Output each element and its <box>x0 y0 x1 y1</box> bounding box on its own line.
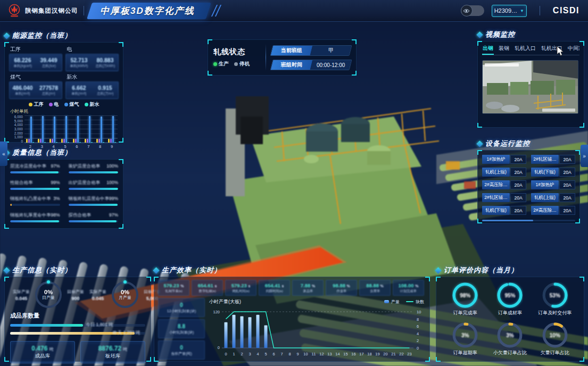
title-slash-decor <box>214 5 219 16</box>
svg-text:2: 2 <box>417 338 419 343</box>
inventory-bar-today: 今日 1,801 吨 <box>10 322 145 328</box>
kpi-card: 88.88 %负荷率 <box>359 280 391 296</box>
legend-item: 工序 <box>29 101 44 107</box>
svg-text:23: 23 <box>407 352 411 356</box>
diamond-icon <box>153 267 160 274</box>
daily-output-gauge: 实际产量0.045 0%日产量 目标产量900 <box>10 281 87 308</box>
video-tab-出钢[interactable]: 出钢 <box>482 45 494 55</box>
diamond-icon <box>435 267 442 274</box>
quality-metric: 钢板终轧温度命中率99% <box>69 196 119 210</box>
bar-group <box>61 116 69 143</box>
equipment-row: 1#加热炉20A <box>531 180 575 189</box>
legend-item: 煤气 <box>64 101 79 107</box>
diamond-icon <box>3 267 10 274</box>
quality-metric: 钢板终轧凸度命中率3% <box>10 196 60 210</box>
panel-quality-info: 质量信息（当班） 层流冷温度命中率97% 装炉温度合格率100% 性能合格率99… <box>4 147 123 229</box>
video-tab-中间冷[interactable]: 中间冷 <box>567 45 579 55</box>
monthly-output-gauge: 实际产量0.045 0%月产量 目标产量5,000 <box>87 281 163 308</box>
mouse-cursor <box>557 46 564 56</box>
left-panel-collapse-tab[interactable]: « <box>0 142 7 166</box>
bar-group <box>49 117 57 143</box>
chart-legend: 产量 块数 <box>384 299 424 305</box>
hourly-output-chart: 小时产量(大板) 产量 块数 0123456789101112131415161… <box>208 298 426 363</box>
panel-equipment-monitor: 设备运行监控 1#加热炉20A2#轧区辅…20A轧机(上辊)20A轧机(下辊)2… <box>477 138 580 223</box>
svg-text:4: 4 <box>256 352 259 356</box>
mini-kpi-card: 012小时轧制量(块) <box>158 298 205 317</box>
svg-text:0: 0 <box>218 345 220 350</box>
svg-text:6: 6 <box>272 352 275 356</box>
status-divider <box>266 44 266 71</box>
svg-text:10: 10 <box>303 352 308 356</box>
quality-metric: 出炉温度合格率100% <box>69 180 119 194</box>
bar-group <box>96 117 104 143</box>
svg-text:7: 7 <box>280 352 283 356</box>
camera-frame-image <box>483 61 578 114</box>
shift-time-row: 班组时间 00:00-12:00 <box>270 60 352 70</box>
svg-text:10: 10 <box>417 310 421 314</box>
eye-icon <box>461 5 473 16</box>
equipment-row: 2#高压除…20A <box>531 206 575 215</box>
order-gauge: 98%订单完成率 <box>452 282 478 317</box>
chevron-down-icon: ▼ <box>520 9 524 13</box>
svg-text:6: 6 <box>417 324 419 329</box>
page-title: 中厚板3D数字化产线 <box>87 3 211 19</box>
header-divider-2 <box>540 6 540 15</box>
diamond-icon <box>476 31 483 38</box>
energy-group-gas: 煤气 486.040单耗(m³/t) 277578总耗(m³) <box>9 73 62 99</box>
efficiency-title: 生产效率（实时） <box>154 265 430 276</box>
energy-group-process: 工序 68.226单耗(kgce/t) 39.449总耗(tce) <box>9 45 62 71</box>
quality-title: 质量信息（当班） <box>4 147 123 158</box>
video-tab-轧机入口[interactable]: 轧机入口 <box>514 45 536 55</box>
energy-chart-legend: 工序电煤气新水 <box>9 101 119 107</box>
svg-text:16: 16 <box>351 352 355 356</box>
svg-text:14: 14 <box>335 352 339 356</box>
order-gauge: 95%订单成材率 <box>496 282 523 317</box>
legend-item: 新水 <box>85 101 100 107</box>
energy-bar-chart: 6,0005,0004,0003,0002,0001,0000 23456789 <box>9 115 119 151</box>
kpi-card: 654.61 s数字轧钢(s) <box>192 280 223 296</box>
equipment-row: 1#加热炉20A <box>482 155 526 164</box>
kpi-card: 108.00 %计划完成率 <box>393 280 424 296</box>
energy-chart-title: 小时单耗 <box>10 109 119 115</box>
line-status-title: 轧线状态 <box>213 47 260 57</box>
equipment-row: 轧机(下辊)20A <box>482 206 526 215</box>
slab-warehouse-box: 8876.72 吨 板坯库 <box>80 341 145 363</box>
heat-number-dropdown[interactable]: H2309…▼ <box>492 5 527 17</box>
panel-order-evaluation: 订单评价内容（当月） 98%订单完成率 95%订单成材率 53%订单及时交付率 … <box>436 265 584 362</box>
efficiency-kpi-row: 579.23 %轧制节奏(s)654.61 s数字轧钢(s)579.23 s纯轧… <box>158 280 426 296</box>
bar-group <box>26 117 34 143</box>
svg-text:5: 5 <box>264 352 267 356</box>
panel-video-monitor: 视频监控 出钢装钢轧机入口轧机出口中间冷电加热 <box>477 29 584 128</box>
svg-text:120: 120 <box>213 310 220 314</box>
video-feed[interactable] <box>482 60 578 114</box>
equipment-row: 2#轧区辅…20A <box>531 155 575 164</box>
svg-text:15: 15 <box>343 352 347 356</box>
quality-metric: 装炉温度合格率100% <box>69 163 119 177</box>
diamond-icon <box>3 32 10 39</box>
equipment-row: 轧机(上辊)20A <box>482 168 526 177</box>
visibility-toggle[interactable] <box>461 5 484 16</box>
order-gauge: 3%小欠量订单占比 <box>493 322 527 356</box>
svg-text:13: 13 <box>327 352 332 356</box>
energy-title: 能源监控（当班） <box>4 30 123 41</box>
legend-shutdown: 停机 <box>234 61 250 68</box>
order-gauge: 3%订单超期率 <box>452 322 478 356</box>
panel-production-efficiency: 生产效率（实时） 579.23 %轧制节奏(s)654.61 s数字轧钢(s)5… <box>154 265 430 362</box>
equipment-row: 轧机(上辊)20A <box>531 193 575 202</box>
equipment-row: 轧机(下辊)20A <box>531 168 575 177</box>
video-tab-装钢[interactable]: 装钢 <box>498 45 510 55</box>
svg-text:12: 12 <box>319 352 324 356</box>
efficiency-mini-cards: 012小时轧制量(块)8.8小时轧制量(块)0当班产量(吨) <box>158 298 205 363</box>
equipment-scrollbar[interactable] <box>482 220 575 221</box>
kpi-card: 579.23 s纯轧时间(s) <box>225 280 256 296</box>
finished-goods-box: 0.476 吨 成品库 <box>10 341 75 363</box>
svg-text:19: 19 <box>375 352 379 356</box>
company-name: 陕钢集团汉钢公司 <box>25 7 78 15</box>
order-gauge: 53%订单及时交付率 <box>538 282 572 317</box>
right-panel-collapse-tab[interactable]: » <box>581 145 588 167</box>
kpi-card: 98.88 %作业率 <box>326 280 357 296</box>
svg-text:4: 4 <box>417 331 419 336</box>
svg-text:8: 8 <box>288 352 291 356</box>
svg-text:1: 1 <box>233 352 235 356</box>
video-camera-tabs: 出钢装钢轧机入口轧机出口中间冷电加热 <box>482 45 579 55</box>
